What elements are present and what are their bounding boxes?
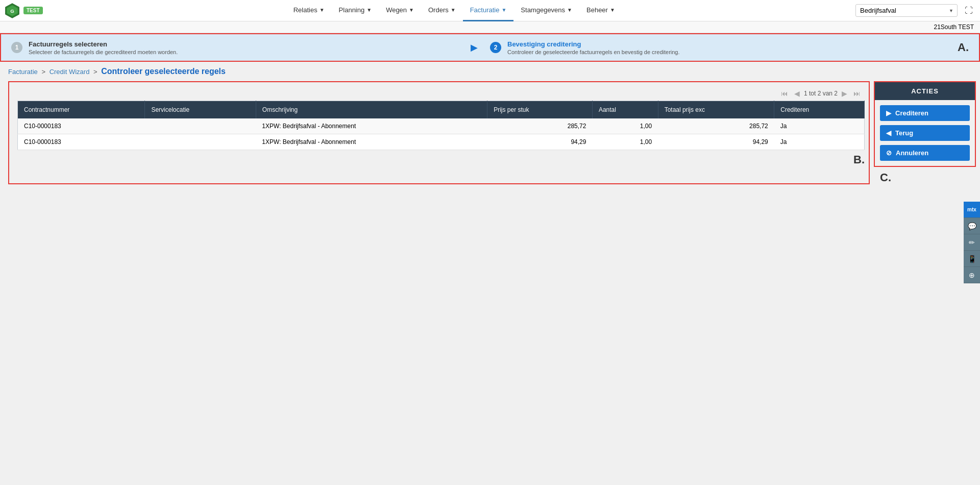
- next-page-button[interactable]: ▶: [840, 88, 849, 99]
- table-header-row: Contractnummer Servicelocatie Omschrijvi…: [18, 101, 865, 119]
- crediteren-label: Crediteren: [895, 109, 928, 117]
- col-omschrijving: Omschrijving: [256, 101, 487, 119]
- breadcrumb: Facturatie > Credit Wizard > Controleer …: [0, 62, 980, 81]
- breadcrumb-facturatie[interactable]: Facturatie: [8, 68, 38, 76]
- company-name: 21South TEST: [934, 23, 974, 31]
- breadcrumb-sep1: >: [41, 68, 45, 76]
- nav-stamgegevens[interactable]: Stamgegevens ▼: [513, 0, 579, 21]
- company-select[interactable]: Bedrijfsafval: [855, 4, 958, 17]
- cell-aantal: 1,00: [592, 134, 658, 150]
- annuleren-button[interactable]: ⊘ Annuleren: [880, 145, 970, 161]
- table-body: C10-0000183 1XPW: Bedrijfsafval - Abonne…: [18, 118, 865, 150]
- cell-contractnummer: C10-0000183: [18, 118, 145, 134]
- cell-servicelocatie: [145, 134, 256, 150]
- pagination-bar: ⏮ ◀ 1 tot 2 van 2 ▶ ⏭: [17, 86, 865, 101]
- breadcrumb-credit-wizard[interactable]: Credit Wizard: [50, 68, 90, 76]
- col-servicelocatie: Servicelocatie: [145, 101, 256, 119]
- step1-title: Factuurregels selecteren: [29, 40, 178, 48]
- cell-omschrijving: 1XPW: Bedrijfsafval - Abonnement: [256, 118, 487, 134]
- wizard-arrow: ▶: [469, 34, 480, 61]
- main-layout: ⏮ ◀ 1 tot 2 van 2 ▶ ⏭ Contractnummer Ser…: [0, 81, 980, 184]
- step1-number: 1: [11, 42, 22, 53]
- breadcrumb-sep2: >: [93, 68, 97, 76]
- nav-orders[interactable]: Orders ▼: [421, 0, 463, 21]
- wizard-label-a: A.: [947, 34, 979, 61]
- step2-desc: Controleer de geselecteerde factuurregel…: [507, 49, 680, 55]
- data-table: Contractnummer Servicelocatie Omschrijvi…: [17, 101, 865, 150]
- cell-crediteren: Ja: [774, 134, 865, 150]
- chevron-down-icon: ▼: [366, 7, 372, 13]
- nav-right: Bedrijfsafval ⛶: [855, 4, 976, 18]
- breadcrumb-current: Controleer geselecteerde regels: [101, 67, 226, 76]
- wizard-step-1: 1 Factuurregels selecteren Selecteer de …: [1, 34, 469, 61]
- step2-number: 2: [490, 42, 501, 53]
- svg-text:G: G: [10, 8, 14, 13]
- first-page-button[interactable]: ⏮: [779, 88, 790, 99]
- terug-button[interactable]: ◀ Terug: [880, 125, 970, 141]
- logo-area: G TEST: [4, 3, 43, 19]
- cell-prijs-per-stuk: 94,29: [487, 134, 593, 150]
- col-prijs-per-stuk: Prijs per stuk: [487, 101, 593, 119]
- cell-crediteren: Ja: [774, 118, 865, 134]
- nav-beheer[interactable]: Beheer ▼: [579, 0, 622, 21]
- right-panel: ACTIES ▶ Crediteren ◀ Terug ⊘ Annuleren …: [874, 81, 976, 184]
- chevron-down-icon: ▼: [567, 7, 572, 13]
- col-contractnummer: Contractnummer: [18, 101, 145, 119]
- chevron-down-icon: ▼: [409, 7, 414, 13]
- nav-relaties[interactable]: Relaties ▼: [286, 0, 332, 21]
- col-totaal-prijs-exc: Totaal prijs exc: [658, 101, 774, 119]
- annuleren-icon: ⊘: [886, 149, 892, 157]
- prev-page-button[interactable]: ◀: [792, 88, 802, 99]
- company-select-wrapper: Bedrijfsafval: [855, 4, 958, 17]
- chevron-down-icon: ▼: [320, 7, 325, 13]
- cell-aantal: 1,00: [592, 118, 658, 134]
- crediteren-icon: ▶: [886, 109, 891, 117]
- step2-title: Bevestiging creditering: [507, 40, 680, 48]
- nav-menu: Relaties ▼ Planning ▼ Wegen ▼ Orders ▼ F…: [53, 0, 855, 21]
- actions-panel: ACTIES ▶ Crediteren ◀ Terug ⊘ Annuleren: [874, 81, 976, 167]
- top-nav: G TEST Relaties ▼ Planning ▼ Wegen ▼ Ord…: [0, 0, 980, 21]
- step2-text: Bevestiging creditering Controleer de ge…: [507, 40, 680, 55]
- wizard-bar: 1 Factuurregels selecteren Selecteer de …: [0, 33, 980, 62]
- actions-body: ▶ Crediteren ◀ Terug ⊘ Annuleren: [875, 100, 975, 166]
- terug-label: Terug: [895, 129, 913, 137]
- cell-servicelocatie: [145, 118, 256, 134]
- col-aantal: Aantal: [592, 101, 658, 119]
- wizard-step-2: 2 Bevestiging creditering Controleer de …: [480, 34, 947, 61]
- cell-contractnummer: C10-0000183: [18, 134, 145, 150]
- test-badge: TEST: [23, 7, 43, 14]
- cell-totaal-prijs-exc: 285,72: [658, 118, 774, 134]
- crediteren-button[interactable]: ▶ Crediteren: [880, 105, 970, 121]
- table-row[interactable]: C10-0000183 1XPW: Bedrijfsafval - Abonne…: [18, 118, 865, 134]
- app-logo: G: [4, 3, 20, 19]
- pagination-info: 1 tot 2 van 2: [804, 90, 838, 97]
- table-area: ⏮ ◀ 1 tot 2 van 2 ▶ ⏭ Contractnummer Ser…: [8, 81, 870, 184]
- table-row[interactable]: C10-0000183 1XPW: Bedrijfsafval - Abonne…: [18, 134, 865, 150]
- chevron-down-icon: ▼: [451, 7, 456, 13]
- nav-planning[interactable]: Planning ▼: [332, 0, 379, 21]
- label-c: C.: [874, 167, 976, 184]
- chevron-down-icon: ▼: [610, 7, 615, 13]
- chevron-down-icon: ▼: [501, 7, 506, 13]
- fullscreen-icon[interactable]: ⛶: [962, 4, 976, 18]
- cell-totaal-prijs-exc: 94,29: [658, 134, 774, 150]
- cell-omschrijving: 1XPW: Bedrijfsafval - Abonnement: [256, 134, 487, 150]
- table-label-b: B.: [853, 153, 865, 166]
- col-crediteren: Crediteren: [774, 101, 865, 119]
- nav-wegen[interactable]: Wegen ▼: [379, 0, 421, 21]
- annuleren-label: Annuleren: [896, 149, 928, 157]
- actions-header: ACTIES: [875, 82, 975, 100]
- step1-desc: Selecteer de factuurregels die gecredite…: [29, 49, 178, 55]
- step1-text: Factuurregels selecteren Selecteer de fa…: [29, 40, 178, 55]
- terug-icon: ◀: [886, 129, 891, 137]
- cell-prijs-per-stuk: 285,72: [487, 118, 593, 134]
- last-page-button[interactable]: ⏭: [851, 88, 863, 99]
- nav-facturatie[interactable]: Facturatie ▼: [463, 0, 514, 21]
